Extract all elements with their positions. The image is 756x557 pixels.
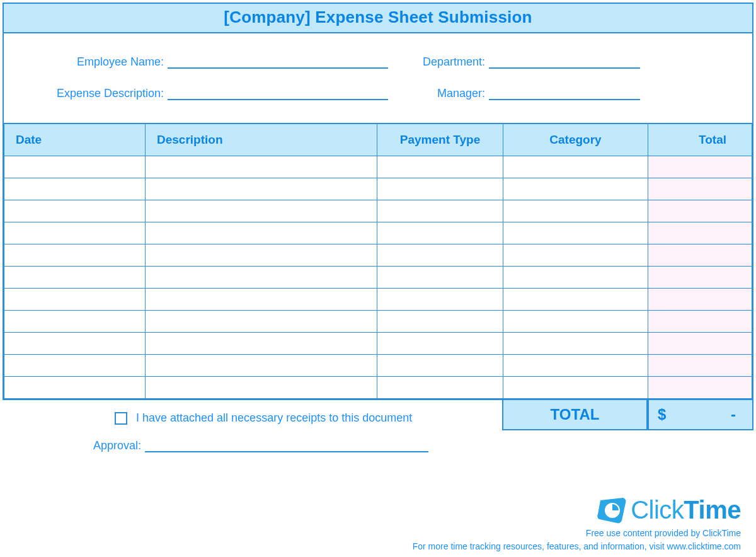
cell-description[interactable] (146, 267, 377, 289)
cell-total[interactable] (648, 289, 752, 311)
cell-category[interactable] (503, 311, 648, 333)
expense-table: Date Description Payment Type Category T… (4, 123, 752, 399)
cell-category[interactable] (503, 355, 648, 377)
cell-date[interactable] (4, 333, 146, 355)
brand-text: ClickTime (631, 496, 741, 524)
col-header-total: Total (648, 123, 752, 156)
cell-payment_type[interactable] (377, 156, 503, 178)
cell-category[interactable] (503, 156, 648, 178)
clock-icon (597, 497, 627, 524)
department-label: Department: (388, 55, 489, 69)
approval-label: Approval: (77, 439, 145, 452)
cell-payment_type[interactable] (377, 222, 503, 244)
cell-category[interactable] (503, 200, 648, 222)
cell-payment_type[interactable] (377, 267, 503, 289)
cell-description[interactable] (146, 222, 377, 244)
table-row (4, 200, 752, 222)
cell-total[interactable] (648, 311, 752, 333)
cell-total[interactable] (648, 267, 752, 289)
grand-total-box: TOTAL $ - (502, 400, 753, 452)
manager-field[interactable] (489, 86, 640, 100)
cell-date[interactable] (4, 244, 146, 267)
cell-description[interactable] (146, 244, 377, 267)
cell-payment_type[interactable] (377, 333, 503, 355)
approval-row: Approval: (77, 439, 502, 452)
cell-description[interactable] (146, 311, 377, 333)
cell-total[interactable] (648, 200, 752, 222)
approval-field[interactable] (145, 439, 428, 452)
cell-category[interactable] (503, 377, 648, 399)
title-bar: [Company] Expense Sheet Submission (4, 4, 752, 33)
brand-logo: ClickTime (413, 496, 741, 524)
receipts-text: I have attached all necessary receipts t… (136, 411, 412, 425)
cell-description[interactable] (146, 200, 377, 222)
cell-description[interactable] (146, 355, 377, 377)
cell-total[interactable] (648, 222, 752, 244)
grand-total-label: TOTAL (502, 400, 648, 430)
cell-total[interactable] (648, 377, 752, 399)
cell-date[interactable] (4, 377, 146, 399)
info-row-2: Expense Description: Manager: (29, 86, 727, 100)
table-row (4, 333, 752, 355)
info-row-1: Employee Name: Department: (29, 55, 727, 69)
department-field[interactable] (489, 55, 640, 69)
cell-category[interactable] (503, 222, 648, 244)
cell-category[interactable] (503, 244, 648, 267)
cell-category[interactable] (503, 178, 648, 200)
cell-description[interactable] (146, 156, 377, 178)
cell-payment_type[interactable] (377, 289, 503, 311)
col-header-date: Date (4, 123, 146, 156)
cell-date[interactable] (4, 222, 146, 244)
cell-total[interactable] (648, 156, 752, 178)
cell-payment_type[interactable] (377, 200, 503, 222)
info-area: Employee Name: Department: Expense Descr… (4, 33, 752, 123)
table-header-row: Date Description Payment Type Category T… (4, 123, 752, 156)
table-row (4, 178, 752, 200)
cell-payment_type[interactable] (377, 178, 503, 200)
table-row (4, 289, 752, 311)
cell-description[interactable] (146, 377, 377, 399)
cell-date[interactable] (4, 311, 146, 333)
page-title: [Company] Expense Sheet Submission (4, 8, 752, 27)
cell-total[interactable] (648, 333, 752, 355)
footer-line-1: Free use content provided by ClickTime (413, 527, 741, 540)
receipt-confirmation-row: I have attached all necessary receipts t… (115, 411, 502, 425)
table-row (4, 267, 752, 289)
footer: ClickTime Free use content provided by C… (413, 496, 741, 553)
cell-total[interactable] (648, 244, 752, 267)
brand-text-part2: Time (684, 496, 741, 524)
brand-text-part1: Click (631, 496, 684, 524)
cell-description[interactable] (146, 178, 377, 200)
employee-name-field[interactable] (168, 55, 388, 69)
table-row (4, 244, 752, 267)
col-header-category: Category (503, 123, 648, 156)
grand-total-amount: - (731, 406, 736, 423)
table-row (4, 156, 752, 178)
cell-category[interactable] (503, 289, 648, 311)
cell-description[interactable] (146, 289, 377, 311)
expense-description-field[interactable] (168, 86, 388, 100)
expense-description-label: Expense Description: (29, 87, 168, 100)
cell-payment_type[interactable] (377, 311, 503, 333)
cell-date[interactable] (4, 200, 146, 222)
cell-date[interactable] (4, 355, 146, 377)
table-row (4, 311, 752, 333)
cell-payment_type[interactable] (377, 244, 503, 267)
cell-payment_type[interactable] (377, 377, 503, 399)
cell-date[interactable] (4, 156, 146, 178)
cell-date[interactable] (4, 178, 146, 200)
employee-name-label: Employee Name: (29, 55, 168, 69)
below-table-area: I have attached all necessary receipts t… (3, 400, 753, 452)
table-row (4, 377, 752, 399)
cell-payment_type[interactable] (377, 355, 503, 377)
cell-total[interactable] (648, 355, 752, 377)
cell-category[interactable] (503, 267, 648, 289)
cell-date[interactable] (4, 289, 146, 311)
cell-category[interactable] (503, 333, 648, 355)
cell-total[interactable] (648, 178, 752, 200)
receipts-checkbox[interactable] (115, 412, 127, 425)
cell-date[interactable] (4, 267, 146, 289)
cell-description[interactable] (146, 333, 377, 355)
table-row (4, 355, 752, 377)
expense-sheet: [Company] Expense Sheet Submission Emplo… (3, 3, 753, 400)
